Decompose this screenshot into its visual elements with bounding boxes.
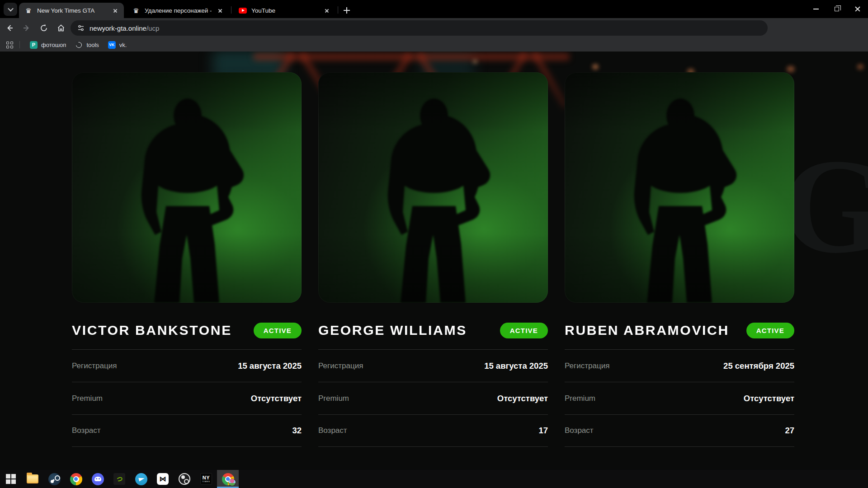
card-row-premium: Premium Отсутствует — [565, 382, 794, 414]
nyt-gta-favicon-icon: ♛ — [24, 6, 33, 14]
nytimes-gta-icon: NY TIMES — [200, 473, 212, 485]
tab-new-york-times-gta[interactable]: ♛ New York Times GTA — [19, 3, 124, 18]
restore-button[interactable] — [826, 0, 847, 18]
card-rows: Регистрация 25 сентября 2025 Premium Отс… — [565, 349, 794, 447]
background-letter: G — [782, 128, 868, 284]
tab-separator — [231, 6, 231, 14]
card-row-registration: Регистрация 15 августа 2025 — [318, 349, 548, 382]
taskbar-telegram[interactable] — [130, 470, 152, 488]
home-button[interactable] — [53, 20, 69, 36]
profile-avatar-overlay — [229, 479, 236, 486]
card-header: GEORGE WILLIAMS ACTIVE — [318, 323, 548, 338]
card-header: VICTOR BANKSTONE ACTIVE — [72, 323, 302, 338]
tab-title: New York Times GTA — [37, 7, 107, 14]
reload-icon — [39, 23, 48, 33]
taskbar-obs[interactable] — [174, 470, 195, 488]
url-host: newyork-gta.online — [90, 24, 146, 32]
character-card[interactable]: VICTOR BANKSTONE ACTIVE Регистрация 15 а… — [72, 72, 302, 447]
bookmarks-bar: P фотошоп tools VK vk. — [0, 38, 868, 52]
character-photo[interactable] — [72, 72, 302, 303]
minimize-button[interactable] — [806, 0, 826, 18]
close-button[interactable] — [847, 0, 868, 18]
back-button[interactable] — [2, 20, 17, 36]
row-value: 15 августа 2025 — [238, 361, 302, 371]
taskbar-file-explorer[interactable] — [22, 470, 43, 488]
bookmark-photoshop[interactable]: P фотошоп — [25, 39, 71, 50]
row-value: Отсутствует — [251, 394, 302, 404]
site-settings-icon — [77, 24, 85, 32]
row-label: Регистрация — [565, 361, 609, 371]
tab-search-button[interactable] — [4, 3, 17, 16]
windows-logo-icon — [6, 474, 16, 484]
apps-grid-icon[interactable] — [6, 42, 13, 48]
character-silhouette — [318, 72, 548, 303]
nvidia-icon — [113, 473, 125, 485]
character-cards: VICTOR BANKSTONE ACTIVE Регистрация 15 а… — [72, 72, 794, 447]
taskbar-nytimes-gta[interactable]: NY TIMES — [195, 470, 217, 488]
row-label: Возраст — [72, 426, 101, 435]
character-photo[interactable] — [565, 72, 794, 303]
telegram-icon — [135, 473, 147, 485]
tab-separator — [338, 6, 338, 14]
taskbar-capcut[interactable]: ⋈ — [152, 470, 174, 488]
row-label: Premium — [565, 394, 595, 403]
card-rows: Регистрация 15 августа 2025 Premium Отсу… — [72, 349, 302, 447]
start-button[interactable] — [0, 470, 22, 488]
discord-icon — [92, 473, 104, 485]
card-row-age: Возраст 32 — [72, 414, 302, 447]
chrome-icon — [70, 473, 82, 485]
tab-close-icon[interactable] — [323, 6, 331, 14]
chevron-down-icon — [8, 6, 14, 12]
row-value: 15 августа 2025 — [484, 361, 548, 371]
forward-button[interactable] — [19, 20, 34, 36]
tab-close-icon[interactable] — [111, 6, 119, 14]
bookmark-label: tools — [86, 42, 99, 48]
new-tab-button[interactable] — [340, 4, 354, 17]
taskbar-steam[interactable] — [43, 470, 65, 488]
taskbar-chrome-active-window[interactable] — [217, 470, 239, 488]
character-silhouette — [565, 72, 794, 303]
card-row-age: Возраст 17 — [318, 414, 548, 447]
tools-site-icon — [75, 41, 83, 49]
row-value: Отсутствует — [497, 394, 548, 404]
address-bar[interactable]: newyork-gta.online/ucp — [71, 20, 768, 36]
row-value: 32 — [292, 426, 302, 436]
restore-icon — [835, 7, 839, 11]
taskbar-nvidia[interactable] — [108, 470, 130, 488]
home-icon — [57, 23, 66, 33]
browser-toolbar: newyork-gta.online/ucp — [0, 18, 868, 38]
capcut-icon: ⋈ — [157, 473, 169, 485]
windows-taskbar: ⋈ NY TIMES ✕ ENG 20:24 11.01.2026 — [0, 470, 868, 488]
card-row-premium: Premium Отсутствует — [318, 382, 548, 414]
tab-title: YouTube — [251, 7, 318, 14]
bookmark-tools[interactable]: tools — [71, 39, 103, 50]
tab-close-icon[interactable] — [216, 6, 224, 14]
row-value: 25 сентября 2025 — [723, 361, 794, 371]
card-row-registration: Регистрация 15 августа 2025 — [72, 349, 302, 382]
character-photo[interactable] — [318, 72, 548, 303]
character-name: GEORGE WILLIAMS — [318, 323, 467, 338]
row-label: Возраст — [565, 426, 594, 435]
window-controls — [806, 0, 868, 18]
character-card[interactable]: RUBEN ABRAMOVICH ACTIVE Регистрация 25 с… — [565, 72, 794, 447]
reload-button[interactable] — [36, 20, 52, 36]
page-content: G VICTOR BANKSTONE — [0, 52, 868, 470]
status-badge: ACTIVE — [254, 323, 302, 338]
bookmarks-separator — [19, 41, 20, 48]
row-label: Возраст — [318, 426, 347, 435]
plus-icon — [344, 7, 350, 14]
tab-title: Удаление персонажей - Заявк — [145, 7, 212, 14]
bookmark-label: фотошоп — [41, 42, 66, 48]
taskbar-discord[interactable] — [87, 470, 108, 488]
character-card[interactable]: GEORGE WILLIAMS ACTIVE Регистрация 15 ав… — [318, 72, 548, 447]
bookmark-vk[interactable]: VK vk. — [104, 39, 132, 50]
card-row-registration: Регистрация 25 сентября 2025 — [565, 349, 794, 382]
obs-icon — [179, 473, 190, 485]
tab-youtube[interactable]: YouTube — [233, 3, 335, 18]
photopea-icon: P — [30, 41, 38, 49]
url-text: newyork-gta.online/ucp — [90, 24, 159, 32]
taskbar-chrome[interactable] — [65, 470, 87, 488]
tab-udalenie-personazhey[interactable]: ♛ Удаление персонажей - Заявк — [127, 3, 229, 18]
minimize-icon — [813, 9, 819, 9]
status-badge: ACTIVE — [746, 323, 794, 338]
